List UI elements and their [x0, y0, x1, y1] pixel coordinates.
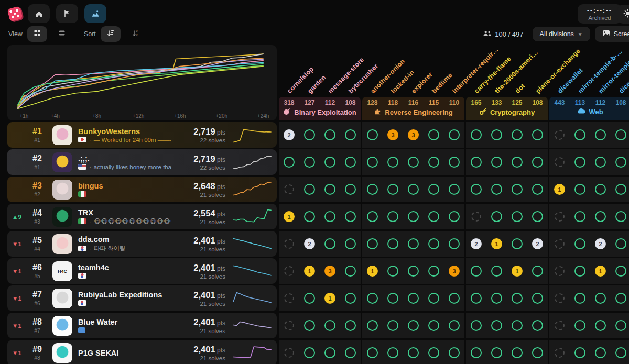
solve-cell[interactable]	[466, 266, 486, 277]
solve-cell[interactable]	[570, 157, 590, 168]
solve-cell[interactable]	[320, 238, 340, 249]
team-name[interactable]: P1G SEKAI	[78, 349, 171, 357]
solve-cell[interactable]	[340, 238, 361, 249]
challenge-label[interactable]: message-store	[327, 56, 365, 95]
solve-cell[interactable]	[527, 184, 548, 195]
solve-cell[interactable]: 2	[466, 238, 486, 249]
solve-cell[interactable]	[444, 320, 464, 331]
solve-cell[interactable]	[611, 129, 629, 140]
sort-direction-button[interactable]	[101, 26, 121, 42]
solve-cell[interactable]	[340, 347, 361, 358]
solve-cell[interactable]	[444, 184, 464, 195]
solve-cell[interactable]	[383, 293, 403, 304]
team-row-summary[interactable]: #2#1.;,;.·actually likes honey more than…	[7, 149, 277, 175]
solve-cell[interactable]: 1	[507, 266, 527, 277]
solve-cell[interactable]	[549, 130, 570, 140]
solve-cell[interactable]	[444, 211, 464, 222]
team-row[interactable]: ▼1#9#8P1G SEKAI2,401 pts21 solves	[7, 340, 629, 364]
solve-cell[interactable]	[466, 184, 486, 195]
score-over-time-chart[interactable]: +1h+4h+8h+12h+16h+20h+24h	[7, 45, 277, 120]
solve-cell[interactable]	[424, 129, 444, 140]
solve-cell[interactable]	[340, 157, 361, 168]
solve-cell[interactable]: 2	[527, 238, 548, 249]
solve-cell[interactable]	[424, 347, 444, 358]
solve-cell[interactable]	[299, 347, 320, 358]
solve-cell[interactable]	[527, 157, 548, 168]
challenge-label[interactable]: carry-the-flame	[473, 55, 513, 95]
solve-cell[interactable]	[507, 129, 527, 140]
solve-cell[interactable]	[362, 157, 383, 168]
solve-cell[interactable]	[299, 293, 320, 304]
solve-cell[interactable]	[466, 347, 486, 358]
solve-cell[interactable]	[611, 157, 629, 168]
solve-cell[interactable]: 3	[444, 266, 464, 277]
solve-cell[interactable]	[279, 321, 299, 330]
solve-cell[interactable]	[340, 184, 361, 195]
solve-cell[interactable]	[403, 266, 424, 277]
solve-cell[interactable]	[590, 184, 611, 195]
solve-cell[interactable]	[299, 157, 320, 168]
solve-cell[interactable]	[527, 347, 548, 358]
solve-cell[interactable]	[590, 211, 611, 222]
solve-cell[interactable]	[466, 320, 486, 331]
solve-cell[interactable]	[279, 157, 299, 168]
solve-cell[interactable]	[279, 348, 299, 358]
solve-cell[interactable]	[403, 320, 424, 331]
solve-cell[interactable]	[444, 293, 464, 304]
solve-cell[interactable]	[590, 293, 611, 304]
solve-cell[interactable]	[507, 320, 527, 331]
solve-cell[interactable]: 1	[362, 266, 383, 277]
solve-cell[interactable]	[570, 320, 590, 331]
solve-cell[interactable]	[527, 211, 548, 222]
team-row-summary[interactable]: ▲9#4#3TRX·🐵🐵🐵🐵🐵🐵🐵🐵🐵🐵🐵🐵🐵🐵🐵🐵🐵…2,554 pts21 …	[7, 204, 277, 229]
solve-cell[interactable]	[570, 266, 590, 277]
solve-cell[interactable]	[570, 211, 590, 222]
solve-cell[interactable]	[486, 266, 507, 277]
solve-cell[interactable]	[383, 157, 403, 168]
solve-cell[interactable]	[549, 239, 570, 249]
solve-cell[interactable]	[466, 157, 486, 168]
solve-cell[interactable]	[340, 293, 361, 304]
solve-cell[interactable]	[279, 266, 299, 276]
solve-cell[interactable]	[279, 239, 299, 249]
solve-cell[interactable]	[279, 293, 299, 303]
challenge-label[interactable]: bedtime	[430, 71, 454, 95]
team-row[interactable]: ▼1#7#6RubiyaLab Expeditions2,401 pts21 s…	[7, 285, 629, 311]
solve-cell[interactable]	[549, 157, 570, 167]
team-row[interactable]: ▼1#8#7Blue Water2,401 pts21 solves	[7, 313, 629, 338]
team-row[interactable]: #2#1.;,;.·actually likes honey more than…	[7, 149, 629, 175]
solve-cell[interactable]	[362, 184, 383, 195]
solve-cell[interactable]	[320, 157, 340, 168]
solve-cell[interactable]	[320, 347, 340, 358]
solve-cell[interactable]: 1	[320, 293, 340, 304]
solve-cell[interactable]	[383, 184, 403, 195]
team-name[interactable]: dda.com	[78, 235, 171, 244]
solve-cell[interactable]	[466, 129, 486, 140]
solve-cell[interactable]	[320, 320, 340, 331]
division-filter-dropdown[interactable]: All divisions ▼	[533, 27, 590, 41]
solve-cell[interactable]	[340, 129, 361, 140]
solve-cell[interactable]	[320, 211, 340, 222]
solve-cell[interactable]	[424, 211, 444, 222]
solve-cell[interactable]	[424, 266, 444, 277]
theme-toggle-button[interactable]	[617, 5, 629, 24]
solve-cell[interactable]	[611, 184, 629, 195]
solve-cell[interactable]	[507, 238, 527, 249]
solve-cell[interactable]	[424, 293, 444, 304]
solve-cell[interactable]	[383, 266, 403, 277]
team-row-summary[interactable]: ▼1#8#7Blue Water2,401 pts21 solves	[7, 313, 277, 338]
sort-numeric-button[interactable]: 09	[125, 26, 145, 42]
solve-cell[interactable]	[570, 238, 590, 249]
challenge-label[interactable]: another-onion	[369, 58, 406, 95]
solve-cell[interactable]	[507, 293, 527, 304]
solve-cell[interactable]	[507, 347, 527, 358]
team-row-summary[interactable]: ▼1#7#6RubiyaLab Expeditions2,401 pts21 s…	[7, 285, 277, 311]
solve-cell[interactable]	[362, 238, 383, 249]
team-name[interactable]: RubiyaLab Expeditions	[78, 291, 171, 299]
solve-cell[interactable]	[549, 212, 570, 222]
solve-cell[interactable]	[590, 129, 611, 140]
solve-cell[interactable]	[299, 129, 320, 140]
solve-cell[interactable]	[549, 321, 570, 330]
screenshot-button[interactable]: Screenshot	[595, 26, 629, 42]
solve-cell[interactable]	[570, 184, 590, 195]
